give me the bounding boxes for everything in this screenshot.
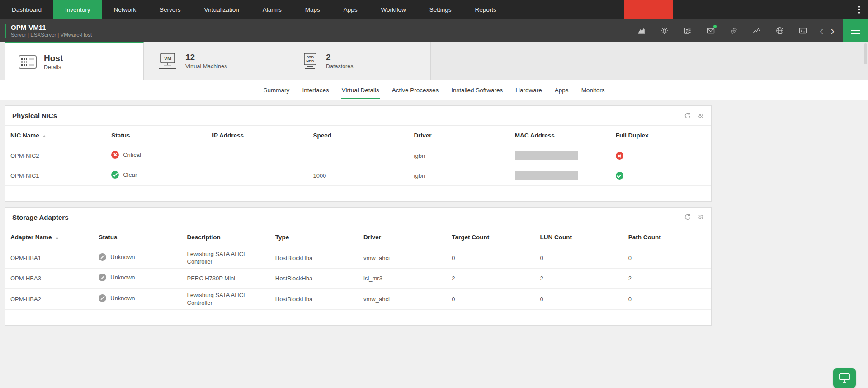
- column-header-nic-name[interactable]: NIC Name: [5, 126, 106, 146]
- column-header-type[interactable]: Type: [270, 227, 358, 247]
- column-header-target-count[interactable]: Target Count: [446, 227, 534, 247]
- cell-mac-address: [509, 166, 610, 185]
- remote-screen-icon: [839, 373, 850, 383]
- x-circle-icon: [111, 151, 119, 159]
- refresh-icon[interactable]: [684, 213, 691, 221]
- host-server-icon: [19, 55, 37, 69]
- subtab-interfaces[interactable]: Interfaces: [296, 80, 335, 100]
- tab-title: Host: [44, 53, 63, 63]
- globe-icon[interactable]: [775, 26, 784, 35]
- nav-alert-block: [624, 0, 673, 19]
- slash-circle-icon: [99, 294, 106, 302]
- nav-item-inventory[interactable]: Inventory: [53, 0, 102, 19]
- masked-mac-address: [515, 151, 578, 160]
- device-actions: [623, 19, 868, 42]
- column-label: Adapter Name: [10, 234, 52, 241]
- tab-virtual-machines[interactable]: VM 12 Virtual Machines: [144, 42, 288, 80]
- panel-header: Storage Adapters: [5, 208, 711, 227]
- column-header-description[interactable]: Description: [182, 227, 270, 247]
- cell-nic-name: OPM-NIC2: [5, 146, 106, 166]
- subtab-active-processes[interactable]: Active Processes: [386, 80, 445, 100]
- device-title-block: OPM-VM11 Server | ESXServer | VMware-Hos…: [11, 24, 92, 38]
- cell-type: HostBlockHba: [270, 247, 358, 269]
- subtab-summary[interactable]: Summary: [257, 80, 296, 100]
- table-row[interactable]: OPM-NIC1 Clear 1000 igbn: [5, 166, 711, 185]
- severity-accent-bar: [5, 24, 6, 38]
- console-icon[interactable]: [798, 26, 807, 35]
- nav-item-settings[interactable]: Settings: [418, 0, 463, 19]
- hamburger-menu-icon[interactable]: [843, 19, 868, 42]
- column-header-full-duplex[interactable]: Full Duplex: [610, 126, 711, 146]
- performance-chart-icon[interactable]: [637, 26, 646, 35]
- support-chat-button[interactable]: [833, 368, 856, 388]
- column-header-lun-count[interactable]: LUN Count: [535, 227, 623, 247]
- cell-driver: vmw_ahci: [358, 289, 446, 310]
- kebab-menu-icon[interactable]: [854, 0, 863, 19]
- tab-host-details[interactable]: Host Details: [5, 42, 144, 80]
- column-header-path-count[interactable]: Path Count: [623, 227, 711, 247]
- trend-line-icon[interactable]: [752, 26, 761, 35]
- cell-lun-count: 2: [535, 269, 623, 289]
- app-root: Dashboard Inventory Network Servers Virt…: [0, 0, 868, 388]
- alarm-bell-icon[interactable]: [660, 26, 669, 35]
- cell-path-count: 0: [623, 289, 711, 310]
- cell-status: Unknown: [93, 247, 181, 269]
- tab-text-block: Host Details: [44, 53, 63, 71]
- device-template-icon[interactable]: [683, 26, 692, 35]
- status-label: Unknown: [110, 253, 135, 261]
- cell-speed: 1000: [307, 166, 408, 185]
- tab-text-block: 2 Datastores: [326, 52, 353, 70]
- subtab-virtual-details[interactable]: Virtual Details: [335, 80, 386, 100]
- tab-subtitle: Details: [44, 64, 63, 71]
- scrollbar-thumb[interactable]: [864, 43, 867, 64]
- storage-adapters-table: Adapter Name Status Description Type Dri…: [5, 227, 711, 310]
- cell-full-duplex: [610, 146, 711, 166]
- cell-mac-address: [509, 146, 610, 166]
- nav-item-apps[interactable]: Apps: [332, 0, 369, 19]
- column-header-status[interactable]: Status: [93, 227, 181, 247]
- column-header-status[interactable]: Status: [106, 126, 207, 146]
- nav-item-reports[interactable]: Reports: [463, 0, 508, 19]
- nav-item-dashboard[interactable]: Dashboard: [0, 0, 53, 19]
- table-row[interactable]: OPM-HBA2 Unknown Lewisburg SATA AHCI Con…: [5, 289, 711, 310]
- table-row[interactable]: OPM-NIC2 Critical igbn: [5, 146, 711, 166]
- column-header-driver[interactable]: Driver: [358, 227, 446, 247]
- table-row[interactable]: OPM-HBA1 Unknown Lewisburg SATA AHCI Con…: [5, 247, 711, 269]
- nav-item-virtualization[interactable]: Virtualization: [193, 0, 251, 19]
- cell-description: Lewisburg SATA AHCI Controller: [182, 289, 270, 310]
- panel-bottom-padding: [5, 186, 711, 201]
- column-header-adapter-name[interactable]: Adapter Name: [5, 227, 93, 247]
- nav-item-maps[interactable]: Maps: [293, 0, 332, 19]
- cell-adapter-name: OPM-HBA3: [5, 269, 93, 289]
- column-header-ip-address[interactable]: IP Address: [207, 126, 307, 146]
- link-icon[interactable]: [729, 26, 738, 35]
- cell-driver: vmw_ahci: [358, 247, 446, 269]
- detach-panel-icon[interactable]: [698, 214, 704, 220]
- tab-datastores[interactable]: SSD HDD 2 Datastores: [288, 42, 431, 80]
- cell-driver: igbn: [409, 146, 509, 166]
- subtab-apps[interactable]: Apps: [548, 80, 575, 100]
- mail-icon[interactable]: [706, 26, 715, 35]
- main-content: Physical NICs NIC Name Status IP: [0, 100, 868, 326]
- refresh-icon[interactable]: [684, 112, 691, 119]
- panel-bottom-padding: [5, 310, 711, 325]
- chevron-right-icon[interactable]: [830, 19, 835, 42]
- nav-item-workflow[interactable]: Workflow: [369, 0, 417, 19]
- chevron-left-icon[interactable]: [820, 19, 824, 42]
- notification-dot: [713, 25, 717, 28]
- column-header-speed[interactable]: Speed: [307, 126, 408, 146]
- nav-item-network[interactable]: Network: [102, 0, 148, 19]
- tab-count: 12: [185, 52, 227, 62]
- nav-item-servers[interactable]: Servers: [148, 0, 193, 19]
- subtab-hardware[interactable]: Hardware: [509, 80, 548, 100]
- table-row[interactable]: OPM-HBA3 Unknown PERC H730P Mini HostBlo…: [5, 269, 711, 289]
- column-header-mac-address[interactable]: MAC Address: [509, 126, 610, 146]
- cell-lun-count: 0: [535, 247, 623, 269]
- subtab-monitors[interactable]: Monitors: [575, 80, 611, 100]
- detach-panel-icon[interactable]: [698, 113, 704, 119]
- sort-asc-icon: [42, 135, 46, 137]
- column-header-driver[interactable]: Driver: [409, 126, 509, 146]
- subtab-installed-softwares[interactable]: Installed Softwares: [445, 80, 509, 100]
- cell-nic-name: OPM-NIC1: [5, 166, 106, 185]
- nav-item-alarms[interactable]: Alarms: [251, 0, 293, 19]
